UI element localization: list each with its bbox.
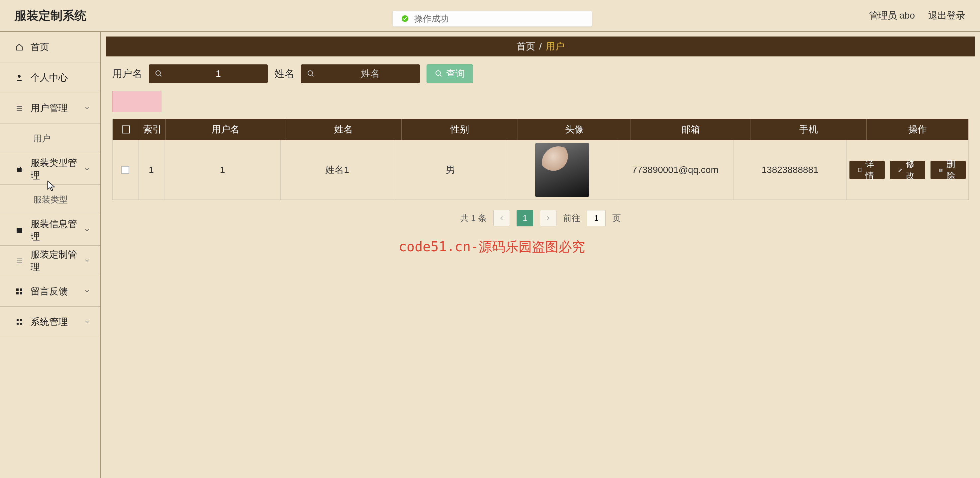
breadcrumb-current: 用户 bbox=[546, 40, 565, 53]
success-toast: 操作成功 bbox=[393, 11, 592, 27]
pager-goto-label: 前往 bbox=[563, 213, 581, 224]
table-header-user: 用户名 bbox=[166, 119, 285, 140]
sidebar-item-home[interactable]: 首页 bbox=[0, 32, 100, 62]
detail-button[interactable]: 详情 bbox=[850, 160, 885, 179]
sidebar-item-label: 用户 bbox=[33, 133, 51, 145]
pager-next[interactable] bbox=[540, 210, 557, 226]
edit-icon bbox=[898, 166, 903, 174]
svg-rect-3 bbox=[17, 228, 22, 233]
svg-rect-10 bbox=[17, 322, 19, 325]
search-user-label: 用户名 bbox=[112, 67, 142, 81]
table-header-checkbox[interactable] bbox=[113, 119, 139, 140]
sidebar-item-label: 服装类型管理 bbox=[30, 157, 86, 182]
app-title: 服装定制系统 bbox=[14, 8, 86, 24]
sidebar-item-label: 服装类型 bbox=[33, 194, 68, 205]
toast-message: 操作成功 bbox=[414, 13, 449, 25]
tag-icon bbox=[14, 226, 24, 235]
svg-rect-8 bbox=[17, 319, 19, 321]
toolbar-placeholder[interactable] bbox=[112, 91, 161, 112]
svg-rect-7 bbox=[20, 292, 22, 294]
list-icon bbox=[14, 103, 24, 113]
delete-button[interactable]: 删除 bbox=[931, 160, 966, 179]
sidebar-item-label: 用户管理 bbox=[30, 102, 68, 114]
sidebar-item-label: 服装信息管理 bbox=[30, 218, 86, 243]
pagination: 共 1 条 1 前往 页 bbox=[101, 200, 980, 237]
sidebar-item-label: 首页 bbox=[30, 41, 49, 54]
sidebar-item-clothing-custom-mgmt[interactable]: 服装定制管理 bbox=[0, 246, 100, 276]
data-table: 索引 用户名 姓名 性别 头像 邮箱 手机 操作 1 1 姓名1 男 77389… bbox=[112, 119, 969, 200]
chevron-down-icon bbox=[84, 317, 91, 327]
svg-rect-15 bbox=[858, 168, 861, 172]
cell-name: 姓名1 bbox=[281, 140, 394, 200]
chevron-down-icon bbox=[84, 164, 91, 175]
pager-current[interactable]: 1 bbox=[517, 210, 533, 226]
query-button[interactable]: 查询 bbox=[426, 64, 473, 83]
pager-prev[interactable] bbox=[493, 210, 510, 226]
pager-goto-suffix: 页 bbox=[612, 213, 621, 224]
document-icon bbox=[858, 166, 862, 174]
cursor-icon bbox=[47, 181, 56, 192]
search-name-input[interactable] bbox=[301, 64, 420, 83]
chevron-down-icon bbox=[84, 225, 91, 236]
svg-point-1 bbox=[18, 75, 21, 78]
bag-icon bbox=[14, 165, 24, 174]
user-icon bbox=[14, 73, 24, 82]
svg-rect-4 bbox=[16, 289, 19, 291]
svg-rect-5 bbox=[20, 289, 22, 291]
query-button-label: 查询 bbox=[446, 67, 465, 80]
cell-user: 1 bbox=[164, 140, 281, 200]
chevron-down-icon bbox=[84, 286, 91, 297]
pager-goto-input[interactable] bbox=[587, 210, 606, 226]
edit-button[interactable]: 修改 bbox=[890, 160, 925, 179]
cell-sex: 男 bbox=[394, 140, 507, 200]
sidebar-item-feedback[interactable]: 留言反馈 bbox=[0, 276, 100, 307]
sidebar-item-user[interactable]: 用户 bbox=[0, 124, 100, 154]
cell-phone: 13823888881 bbox=[733, 140, 847, 200]
breadcrumb-sep: / bbox=[539, 41, 542, 52]
table-header-sex: 性别 bbox=[402, 119, 518, 140]
breadcrumb-home[interactable]: 首页 bbox=[517, 40, 535, 53]
grid-icon bbox=[14, 318, 24, 327]
admin-label[interactable]: 管理员 abo bbox=[869, 9, 915, 22]
chevron-down-icon bbox=[84, 256, 91, 266]
svg-point-14 bbox=[436, 71, 441, 75]
search-icon bbox=[155, 70, 163, 78]
table-header-index: 索引 bbox=[139, 119, 166, 140]
trash-icon bbox=[939, 166, 943, 174]
sidebar-item-label: 系统管理 bbox=[30, 316, 68, 328]
svg-rect-9 bbox=[20, 319, 22, 321]
logout-link[interactable]: 退出登录 bbox=[928, 9, 966, 22]
chevron-down-icon bbox=[84, 103, 91, 114]
sidebar-item-clothing-info-mgmt[interactable]: 服装信息管理 bbox=[0, 215, 100, 246]
check-circle-icon bbox=[401, 14, 409, 22]
row-checkbox[interactable] bbox=[121, 166, 129, 174]
table-header-avatar: 头像 bbox=[518, 119, 631, 140]
list-icon bbox=[14, 256, 24, 265]
watermark-overlay-text: code51.cn-源码乐园盗图必究 bbox=[399, 238, 585, 256]
table-header-phone: 手机 bbox=[751, 119, 867, 140]
svg-point-13 bbox=[308, 71, 313, 75]
svg-rect-6 bbox=[16, 292, 19, 294]
svg-rect-2 bbox=[17, 168, 22, 172]
cell-mail: 773890001@qq.com bbox=[617, 140, 733, 200]
search-name-label: 姓名 bbox=[274, 67, 294, 81]
search-user-input[interactable] bbox=[149, 64, 268, 83]
home-icon bbox=[14, 43, 24, 52]
table-header-op: 操作 bbox=[867, 119, 968, 140]
grid-icon bbox=[14, 287, 24, 296]
table-row: 1 1 姓名1 男 773890001@qq.com 13823888881 详… bbox=[113, 140, 968, 200]
sidebar-item-personal[interactable]: 个人中心 bbox=[0, 62, 100, 93]
sidebar-item-label: 个人中心 bbox=[30, 71, 68, 84]
svg-point-12 bbox=[156, 71, 161, 75]
table-header-mail: 邮箱 bbox=[631, 119, 751, 140]
sidebar-item-label: 留言反馈 bbox=[30, 285, 68, 298]
sidebar-item-user-mgmt[interactable]: 用户管理 bbox=[0, 93, 100, 124]
sidebar: 首页 个人中心 用户管理 用户 服装类型管理 服装类型 服装信息管理 bbox=[0, 32, 101, 478]
table-header-name: 姓名 bbox=[285, 119, 402, 140]
sidebar-item-system-mgmt[interactable]: 系统管理 bbox=[0, 307, 100, 337]
cell-avatar[interactable] bbox=[535, 143, 589, 197]
search-icon bbox=[435, 70, 443, 78]
sidebar-item-clothing-type-mgmt[interactable]: 服装类型管理 bbox=[0, 154, 100, 184]
cell-index: 1 bbox=[138, 140, 164, 200]
svg-rect-11 bbox=[20, 322, 22, 325]
